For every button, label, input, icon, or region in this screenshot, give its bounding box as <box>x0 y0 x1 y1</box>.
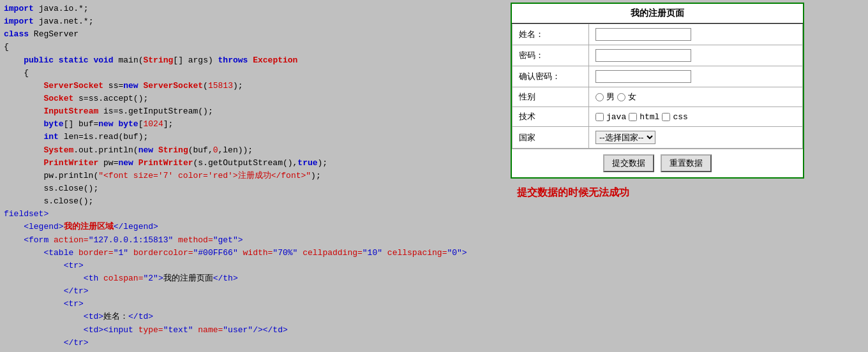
code-line-11: int len=is.read(buf); <box>4 131 500 143</box>
gender-label: 性别 <box>513 87 589 107</box>
skills-row: 技术 java html css <box>513 107 803 127</box>
name-row: 姓名： <box>513 24 803 45</box>
gender-options-cell: 男 女 <box>589 87 803 107</box>
password-input[interactable] <box>595 49 691 62</box>
confirm-row: 确认密码： <box>513 66 803 87</box>
html-line-1: fieldset> <box>4 208 500 221</box>
password-input-cell <box>589 45 803 66</box>
html-line-11: </tr> <box>4 337 500 349</box>
name-input-cell <box>589 24 803 45</box>
code-line-12: System.out.println(new String(buf,0,len)… <box>4 144 500 157</box>
form-container: 我的注册页面 姓名： 密码： 确认密码： <box>511 3 804 179</box>
gender-female-radio[interactable] <box>617 93 625 101</box>
error-message: 提交数据的时候无法成功 <box>517 186 629 200</box>
submit-button[interactable]: 提交数据 <box>603 154 654 172</box>
country-cell: --选择国家-- 中国 美国 英国 日本 <box>589 127 803 149</box>
code-line-7: ServerSocket ss=new ServerSocket(15813); <box>4 80 500 92</box>
code-line-6: { <box>4 67 500 80</box>
code-line-10: byte[] buf=new byte[1024]; <box>4 118 500 131</box>
html-line-9: <td>姓名：</td> <box>4 311 500 323</box>
skills-label: 技术 <box>513 107 589 127</box>
java-code-area: import java.io.*; import java.net.*; cla… <box>0 0 504 352</box>
skill-html-label: html <box>640 112 659 122</box>
skill-html-checkbox[interactable] <box>629 113 637 121</box>
code-line-15: ss.close(); <box>4 182 500 195</box>
html-line-5: <tr> <box>4 260 500 272</box>
html-line-3: <form action="127.0.0.1:15813" method="g… <box>4 234 500 247</box>
reset-button[interactable]: 重置数据 <box>661 154 712 172</box>
country-row: 国家 --选择国家-- 中国 美国 英国 日本 <box>513 127 803 149</box>
code-line-1: import java.io.*; <box>4 3 500 15</box>
html-line-8: <tr> <box>4 298 500 311</box>
gender-male-radio[interactable] <box>595 93 604 101</box>
skills-cell: java html css <box>589 107 803 127</box>
name-input[interactable] <box>595 28 691 41</box>
skill-css-label: css <box>673 112 687 122</box>
code-line-14: pw.println("<font size='7' color='red'>注… <box>4 170 500 182</box>
gender-row: 性别 男 女 <box>513 87 803 107</box>
form-table: 姓名： 密码： 确认密码： 性别 <box>512 24 803 149</box>
form-buttons: 提交数据 重置数据 <box>512 149 803 177</box>
right-panel: 我的注册页面 姓名： 密码： 确认密码： <box>504 0 868 352</box>
code-line-16: s.close(); <box>4 195 500 208</box>
html-line-10: <td><input type="text" name="user"/></td… <box>4 324 500 337</box>
code-line-3: class RegServer <box>4 28 500 41</box>
code-line-4: { <box>4 41 500 54</box>
password-label: 密码： <box>513 45 589 66</box>
code-line-13: PrintWriter pw=new PrintWriter(s.getOutp… <box>4 157 500 170</box>
html-line-6: <th colspan="2">我的注册页面</th> <box>4 272 500 285</box>
skill-css-checkbox[interactable] <box>662 113 670 121</box>
country-select[interactable]: --选择国家-- 中国 美国 英国 日本 <box>595 131 655 144</box>
code-line-9: InputStream is=s.getInputStream(); <box>4 105 500 118</box>
html-line-7: </tr> <box>4 285 500 298</box>
password-row: 密码： <box>513 45 803 66</box>
code-editor-panel: import java.io.*; import java.net.*; cla… <box>0 0 504 352</box>
gender-female-label: 女 <box>628 91 636 103</box>
gender-radio-group: 男 女 <box>595 91 796 103</box>
skill-java-checkbox[interactable] <box>595 113 604 121</box>
skill-java-label: java <box>606 112 626 122</box>
code-line-2: import java.net.*; <box>4 15 500 28</box>
confirm-label: 确认密码： <box>513 66 589 87</box>
code-line-5: public static void main(String[] args) t… <box>4 54 500 67</box>
form-title: 我的注册页面 <box>512 4 803 24</box>
code-line-8: Socket s=ss.accept(); <box>4 92 500 105</box>
html-line-4: <table border="1" bordercolor="#00FF66" … <box>4 247 500 260</box>
confirm-input-cell <box>589 66 803 87</box>
confirm-input[interactable] <box>595 70 691 83</box>
html-line-2: <legend>我的注册区域</legend> <box>4 221 500 233</box>
name-label: 姓名： <box>513 24 589 45</box>
skills-checkbox-group: java html css <box>595 112 796 122</box>
country-label: 国家 <box>513 127 589 149</box>
html-line-12: <tr> <box>4 349 500 352</box>
gender-male-label: 男 <box>606 91 615 103</box>
